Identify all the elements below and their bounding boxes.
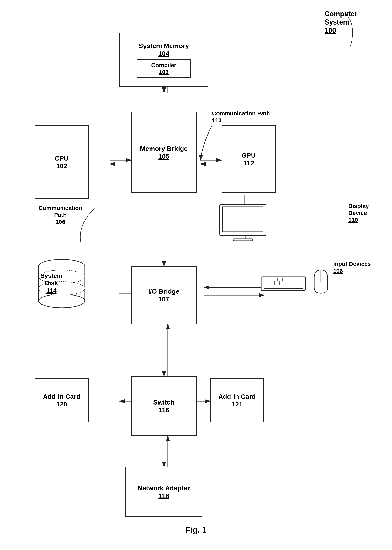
- compiler-box: Compiler 103: [137, 59, 191, 78]
- figure-label: Fig. 1: [185, 525, 207, 535]
- keyboard-icon: [260, 276, 306, 293]
- mouse-icon: [312, 268, 331, 297]
- system-disk-label: System Disk 114: [41, 272, 63, 294]
- network-adapter-box: Network Adapter 118: [125, 467, 202, 517]
- comm-path-106-curve: [65, 207, 104, 245]
- svg-rect-22: [223, 207, 263, 232]
- diagram: Computer System 100 System Memory 104 Co…: [0, 0, 392, 550]
- input-devices-label: Input Devices 108: [333, 260, 371, 274]
- add-in-card-121-box: Add-In Card 121: [210, 378, 264, 422]
- system-memory-box: System Memory 104 Compiler 103: [119, 33, 208, 87]
- io-bridge-box: I/O Bridge 107: [131, 266, 196, 324]
- comm-path-113-label: Communication Path 113: [212, 110, 270, 124]
- svg-rect-24: [233, 239, 252, 241]
- add-in-card-120-box: Add-In Card 120: [35, 378, 89, 422]
- cpu-box: CPU 102: [35, 125, 89, 199]
- memory-bridge-box: Memory Bridge 105: [131, 112, 196, 193]
- computer-system-brace: [330, 12, 361, 50]
- svg-point-48: [39, 294, 85, 308]
- display-device-icon: [218, 203, 272, 247]
- gpu-box: GPU 112: [222, 125, 276, 193]
- display-device-label: Display Device 110: [348, 203, 369, 223]
- switch-box: Switch 116: [131, 376, 196, 436]
